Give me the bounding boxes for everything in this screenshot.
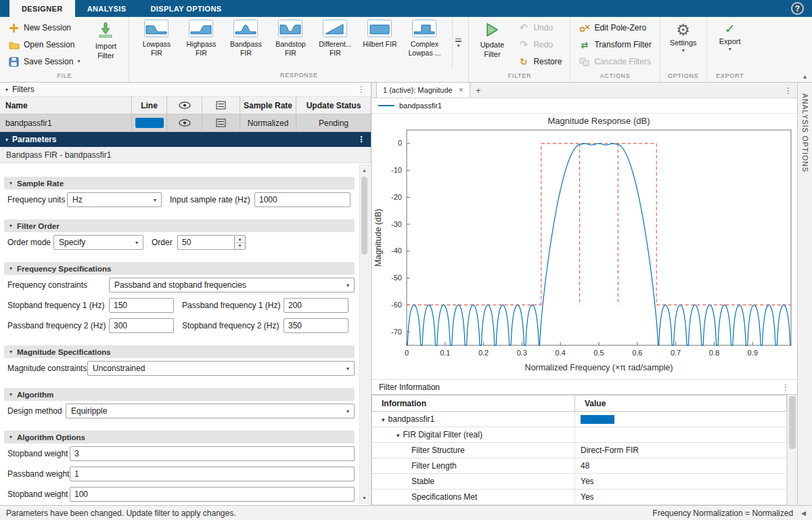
restore-button[interactable]: ↻ Restore	[514, 54, 565, 70]
order-field[interactable]	[177, 235, 234, 250]
stopband-frequency-1-field[interactable]	[109, 298, 174, 313]
order-mode-dropdown[interactable]: Specify ▾	[53, 235, 143, 250]
settings-button[interactable]: ⚙ Settings ▾	[665, 18, 702, 71]
tab-display-options[interactable]: DISPLAY OPTIONS	[138, 0, 233, 17]
expand-caret-icon[interactable]: ▾	[397, 432, 400, 439]
highpass-filter-icon	[189, 20, 213, 39]
legend-line-sample	[378, 105, 394, 106]
passband-weight-field[interactable]	[70, 467, 355, 481]
chevron-down-icon: ▾	[9, 223, 12, 229]
design-method-dropdown[interactable]: Equiripple ▾	[66, 404, 355, 418]
frequency-constraints-dropdown[interactable]: Passband and stopband frequencies ▾	[109, 278, 355, 292]
add-display-button[interactable]: +	[470, 83, 487, 98]
stopband-weight-1-field[interactable]	[70, 446, 355, 461]
expand-pane-icon[interactable]: ◀	[801, 510, 806, 517]
cascade-filters-button[interactable]: Cascade Filters	[575, 54, 654, 70]
filter-info-row[interactable]: ▾bandpassfir1	[372, 412, 787, 427]
stopband-frequency-2-field[interactable]	[284, 318, 348, 333]
update-filter-button[interactable]: Update Filter	[474, 18, 510, 71]
filters-line-swatch	[135, 118, 164, 128]
edit-pole-zero-button[interactable]: Edit Pole-Zero	[575, 20, 654, 36]
svg-text:0.7: 0.7	[671, 349, 681, 357]
passband-frequency-2-label: Passband frequency 2 (Hz)	[7, 321, 109, 330]
filters-menu-icon[interactable]: ⋮	[357, 85, 365, 93]
response-gallery-expand[interactable]: ▾	[452, 18, 464, 69]
spinner-down-icon[interactable]: ▼	[235, 243, 245, 250]
filter-information-scrollbar[interactable]	[787, 395, 797, 505]
tab-analysis[interactable]: ANALYSIS	[75, 0, 139, 17]
complex-lowpass-filter-icon	[412, 20, 436, 39]
scrollbar-thumb[interactable]	[789, 396, 796, 449]
undo-button[interactable]: ↶ Undo	[514, 20, 565, 36]
save-session-button[interactable]: Save Session ▾	[5, 54, 83, 70]
filter-info-row[interactable]: ▾FIR Digital Filter (real)	[372, 427, 787, 443]
col-name: Name	[0, 97, 132, 114]
filter-row-visibility[interactable]	[167, 114, 202, 132]
parameters-scrollbar[interactable]: ▲ ▼	[359, 165, 369, 504]
input-sample-rate-field[interactable]	[254, 192, 351, 207]
close-icon[interactable]: ×	[459, 86, 464, 94]
scrollbar-thumb[interactable]	[361, 177, 367, 255]
magnitude-constraints-dropdown[interactable]: Unconstrained ▾	[87, 361, 355, 376]
parameters-menu-icon[interactable]: ⋮	[357, 135, 365, 144]
magnitude-response-plot[interactable]: 00.10.20.30.40.50.60.70.80.90-10-20-30-4…	[371, 114, 796, 379]
col-sample-rate: Sample Rate	[240, 97, 296, 114]
group-label-options: OPTIONS	[660, 71, 706, 82]
chevron-down-icon: ▾	[154, 197, 156, 203]
redo-button[interactable]: ↷ Redo	[514, 37, 565, 53]
display-menu-icon[interactable]: ⋮	[784, 86, 792, 95]
section-algorithm[interactable]: ▾ Algorithm	[4, 388, 355, 401]
filter-information-menu-icon[interactable]: ⋮	[782, 383, 790, 391]
filter-info-row: StableYes	[372, 474, 787, 490]
svg-text:0.9: 0.9	[748, 349, 758, 357]
redo-icon: ↷	[518, 39, 529, 51]
spinner-up-icon[interactable]: ▲	[235, 236, 245, 243]
transform-filter-button[interactable]: ⇄ Transform Filter	[575, 37, 654, 53]
filter-row-legend[interactable]	[202, 114, 240, 132]
plot-legend: bandpassfir1	[371, 98, 797, 114]
section-magnitude-specifications[interactable]: ▾ Magnitude Specifications	[4, 345, 355, 358]
response-item-highpass[interactable]: HighpassFIR	[179, 18, 223, 69]
collapse-ribbon-icon[interactable]: ▴	[803, 72, 807, 80]
magnitude-response-chart[interactable]: 00.10.20.30.40.50.60.70.80.90-10-20-30-4…	[371, 114, 797, 379]
chevron-down-icon: ▾	[729, 47, 731, 52]
import-filter-button[interactable]: Import Filter	[87, 18, 124, 71]
ribbon-group-options: ⚙ Settings ▾ OPTIONS	[660, 17, 707, 82]
ribbon-group-response: LowpassFIRHighpassFIRBandpassFIRBandstop…	[129, 17, 469, 82]
col-visibility	[167, 97, 202, 114]
filters-panel-header[interactable]: ▾ Filters ⋮	[0, 83, 371, 97]
response-item-bandstop[interactable]: BandstopFIR	[268, 18, 313, 69]
new-session-button[interactable]: New Session	[5, 20, 83, 36]
export-button[interactable]: ✓ Export ▾	[712, 18, 748, 71]
tab-magnitude-display[interactable]: 1 (active): Magnitude ×	[376, 82, 470, 98]
design-method-label: Design method	[7, 406, 66, 416]
response-item-lowpass[interactable]: LowpassFIR	[134, 18, 179, 69]
filter-row-line[interactable]	[132, 114, 167, 132]
frequency-units-dropdown[interactable]: Hz ▾	[67, 192, 162, 207]
section-filter-order[interactable]: ▾ Filter Order	[4, 219, 355, 232]
analysis-options-strip[interactable]: ANALYSIS OPTIONS	[797, 83, 812, 505]
chevron-down-icon: ▾	[9, 265, 12, 272]
stopband-weight-2-field[interactable]	[70, 487, 355, 502]
svg-text:-70: -70	[391, 328, 402, 336]
parameters-panel-header[interactable]: ▾ Parameters ⋮	[0, 132, 371, 147]
response-item-bandpass[interactable]: BandpassFIR	[223, 18, 268, 69]
help-icon[interactable]: ?	[791, 2, 804, 15]
scroll-down-icon[interactable]: ▼	[360, 493, 369, 503]
section-sample-rate[interactable]: ▾ Sample Rate	[4, 177, 355, 190]
response-item-complex-lowpass[interactable]: ComplexLowpas ...	[402, 18, 447, 69]
response-gallery: LowpassFIRHighpassFIRBandpassFIRBandstop…	[134, 18, 447, 70]
response-item-hilbert[interactable]: Hilbert FIR	[357, 18, 402, 69]
section-algorithm-options[interactable]: ▾ Algorithm Options	[4, 431, 355, 443]
passband-frequency-2-field[interactable]	[109, 318, 174, 333]
response-item-differentiator[interactable]: Different...FIR	[313, 18, 357, 69]
expand-caret-icon[interactable]: ▾	[382, 416, 385, 423]
tab-designer[interactable]: DESIGNER	[9, 0, 75, 17]
section-frequency-specifications[interactable]: ▾ Frequency Specifications	[4, 262, 355, 275]
filter-row-name[interactable]: bandpassfir1	[0, 114, 132, 132]
open-session-button[interactable]: Open Session	[5, 37, 83, 53]
passband-frequency-1-field[interactable]	[284, 298, 348, 313]
chevron-down-icon: ▾	[5, 87, 8, 93]
filter-designer-app: DESIGNER ANALYSIS DISPLAY OPTIONS ? New …	[0, 0, 812, 520]
scroll-up-icon[interactable]: ▲	[360, 165, 369, 175]
